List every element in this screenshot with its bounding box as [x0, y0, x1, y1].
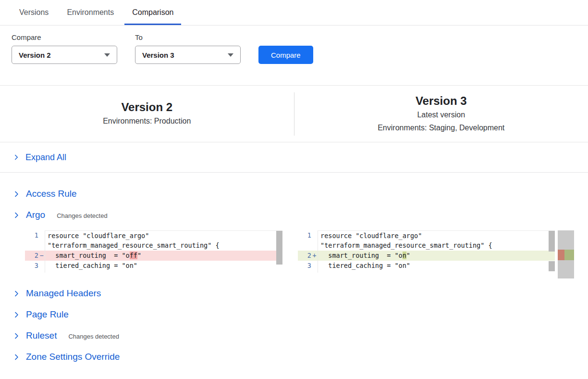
line-number: 3	[25, 261, 38, 271]
version-right-subtitle: Latest version	[417, 108, 465, 121]
scrollbar-vertical[interactable]	[276, 230, 282, 273]
diff-line: "terraform_managed_resource_smart_routin…	[298, 240, 555, 251]
code-text: }	[318, 271, 555, 273]
compare-label: Compare	[12, 33, 117, 41]
compare-from-select[interactable]: Version 2	[12, 46, 117, 64]
line-number	[298, 240, 311, 251]
minimap-added-marker	[564, 250, 574, 260]
code-segment: smart_routing = "o	[48, 252, 130, 259]
section-label: Zone Settings Override	[26, 352, 120, 362]
code-text: tiered_caching = "on"	[318, 261, 555, 271]
scrollbar-thumb[interactable]	[549, 261, 555, 271]
diff-line: 4}	[298, 271, 555, 273]
code-segment: "	[137, 252, 141, 259]
tabs-bar: Versions Environments Comparison	[0, 0, 588, 25]
section-ruleset[interactable]: Ruleset Changes detected	[0, 330, 588, 341]
diff-panel-right[interactable]: 1resource "cloudflare_argo" "terraform_m…	[298, 230, 555, 273]
diff-sign	[38, 240, 45, 251]
section-label: Ruleset	[26, 330, 57, 341]
line-number: 4	[298, 271, 311, 273]
argo-diff: 1resource "cloudflare_argo" "terraform_m…	[25, 230, 575, 278]
line-number: 2	[298, 251, 311, 261]
version-headers: Version 2 Environments: Production Versi…	[0, 86, 588, 142]
diff-sign	[38, 261, 45, 271]
diff-line: 4}	[25, 271, 282, 273]
code-text: resource "cloudflare_argo"	[45, 230, 282, 240]
diff-line: 1resource "cloudflare_argo"	[298, 230, 555, 240]
code-text: "terraform_managed_resource_smart_routin…	[45, 240, 282, 251]
compare-from-value: Version 2	[19, 51, 51, 59]
minimap-removed-marker	[558, 250, 564, 260]
diff-line: "terraform_managed_resource_smart_routin…	[25, 240, 282, 251]
section-label: Access Rule	[26, 189, 77, 199]
code-text: "terraform_managed_resource_smart_routin…	[318, 240, 555, 251]
diff-sign: −	[38, 251, 45, 261]
section-managed-headers[interactable]: Managed Headers	[0, 288, 588, 299]
code-text: resource "cloudflare_argo"	[318, 230, 555, 240]
diff-panel-left[interactable]: 1resource "cloudflare_argo" "terraform_m…	[25, 230, 282, 273]
chevron-right-icon	[13, 154, 19, 160]
diff-line: 3 tiered_caching = "on"	[25, 261, 282, 271]
to-label: To	[135, 33, 241, 41]
chevron-right-icon	[13, 312, 20, 318]
diff-line-added: 2+ smart_routing = "on"	[298, 251, 555, 261]
compare-to-select[interactable]: Version 3	[135, 46, 241, 64]
chevron-down-icon	[104, 53, 110, 57]
diff-line-removed: 2− smart_routing = "off"	[25, 251, 282, 261]
diff-line: 3 tiered_caching = "on"	[298, 261, 555, 271]
line-number: 2	[25, 251, 38, 261]
chevron-right-icon	[13, 333, 20, 339]
diff-sign	[311, 240, 318, 251]
scrollbar-thumb[interactable]	[549, 231, 555, 252]
compare-button[interactable]: Compare	[258, 46, 313, 64]
version-right-header: Version 3 Latest version Environments: S…	[294, 86, 588, 142]
version-left-environments: Environments: Production	[103, 114, 191, 127]
section-label: Argo	[26, 210, 45, 220]
diff-minimap[interactable]	[558, 230, 574, 278]
section-argo[interactable]: Argo Changes detected	[0, 210, 588, 220]
diff-line: 1resource "cloudflare_argo"	[25, 230, 282, 240]
line-number: 3	[298, 261, 311, 271]
diff-sign	[38, 230, 45, 240]
changes-detected-badge: Changes detected	[68, 333, 119, 340]
section-access-rule[interactable]: Access Rule	[0, 189, 588, 199]
chevron-right-icon	[13, 191, 20, 197]
section-label: Managed Headers	[26, 288, 101, 299]
chevron-down-icon	[228, 53, 233, 57]
diff-sign	[311, 230, 318, 240]
code-text: tiered_caching = "on"	[45, 261, 282, 271]
compare-to-value: Version 3	[142, 51, 174, 59]
code-segment: smart_routing = "o	[320, 252, 403, 259]
line-number	[25, 240, 38, 251]
chevron-right-icon	[13, 354, 20, 360]
diff-sign	[311, 271, 318, 273]
changes-detected-badge: Changes detected	[57, 212, 108, 219]
code-segment: "	[406, 252, 410, 259]
version-left-title: Version 2	[121, 100, 172, 114]
line-number: 1	[298, 230, 311, 240]
scrollbar-vertical[interactable]	[549, 230, 555, 273]
version-right-title: Version 3	[416, 94, 467, 108]
section-page-rule[interactable]: Page Rule	[0, 309, 588, 320]
tab-comparison[interactable]: Comparison	[124, 8, 181, 25]
code-text: smart_routing = "on"	[318, 251, 555, 261]
chevron-right-icon	[13, 291, 20, 297]
line-number: 4	[25, 271, 38, 273]
tab-environments[interactable]: Environments	[59, 8, 122, 25]
expand-all-label: Expand All	[25, 152, 66, 163]
tab-versions[interactable]: Versions	[12, 8, 56, 25]
diff-sign	[311, 261, 318, 271]
added-word-highlight: n	[403, 252, 406, 259]
section-zone-settings-override[interactable]: Zone Settings Override	[0, 352, 588, 362]
chevron-right-icon	[13, 212, 20, 218]
diff-sign	[38, 271, 45, 273]
code-text: }	[45, 271, 282, 273]
version-right-environments: Environments: Staging, Development	[378, 121, 504, 134]
scrollbar-thumb[interactable]	[276, 231, 282, 265]
expand-all-button[interactable]: Expand All	[0, 142, 588, 173]
code-text: smart_routing = "off"	[45, 251, 282, 261]
removed-word-highlight: ff	[130, 252, 137, 259]
diff-right-group: 1resource "cloudflare_argo" "terraform_m…	[298, 230, 574, 278]
version-left-header: Version 2 Environments: Production	[0, 86, 294, 142]
line-number: 1	[25, 230, 38, 240]
